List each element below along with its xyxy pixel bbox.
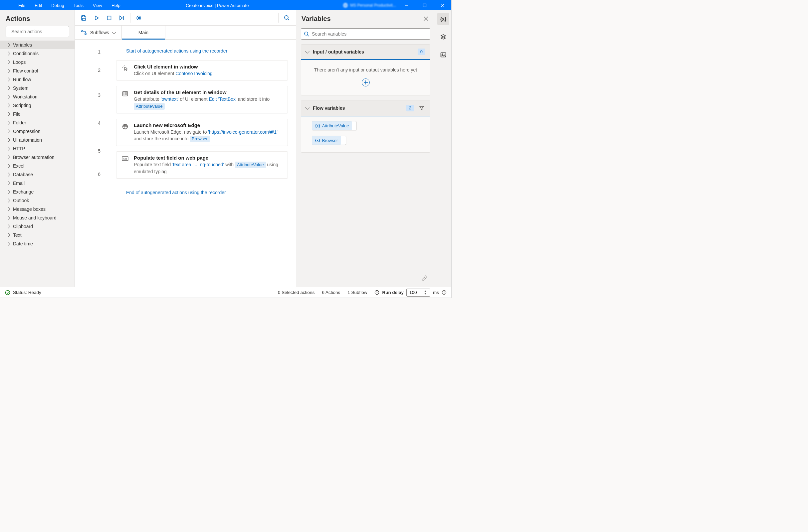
chevron-right-icon — [6, 138, 10, 141]
check-circle-icon — [5, 290, 10, 295]
action-cat-clipboard[interactable]: Clipboard — [0, 222, 75, 231]
flow-variable-item[interactable]: {x}Browser — [312, 136, 346, 145]
action-cat-database[interactable]: Database — [0, 170, 75, 179]
step-title: Click UI element in window — [134, 64, 283, 70]
record-button[interactable] — [133, 12, 144, 24]
actions-search[interactable] — [6, 26, 69, 37]
close-variables-button[interactable] — [422, 14, 430, 23]
record-icon — [136, 15, 142, 21]
action-cat-workstation[interactable]: Workstation — [0, 92, 75, 101]
actions-search-input[interactable] — [11, 29, 70, 34]
action-cat-http[interactable]: HTTP — [0, 144, 75, 153]
filter-button[interactable] — [418, 104, 425, 112]
step-launch-edge[interactable]: Launch new Microsoft Edge Launch Microso… — [116, 119, 288, 146]
chevron-right-icon — [6, 225, 10, 228]
tab-main[interactable]: Main — [122, 25, 165, 39]
maximize-button[interactable] — [417, 0, 432, 10]
step-click-ui-element[interactable]: Click UI element in window Click on UI e… — [116, 60, 288, 80]
rail-images-button[interactable] — [437, 49, 449, 61]
svg-rect-7 — [82, 18, 85, 20]
flow-variables-count: 2 — [406, 105, 414, 111]
action-cat-system[interactable]: System — [0, 84, 75, 92]
tab-main-label: Main — [139, 30, 148, 35]
actions-tree[interactable]: Variables Conditionals Loops Flow contro… — [0, 41, 75, 287]
action-cat-outlook[interactable]: Outlook — [0, 196, 75, 205]
action-cat-run-flow[interactable]: Run flow — [0, 75, 75, 84]
action-cat-loops[interactable]: Loops — [0, 58, 75, 66]
chevron-right-icon — [6, 216, 10, 220]
action-cat-message-boxes[interactable]: Message boxes — [0, 205, 75, 213]
step-description: Populate text field Text area ' ... ng-t… — [134, 161, 283, 175]
action-cat-flow-control[interactable]: Flow control — [0, 66, 75, 75]
action-cat-variables[interactable]: Variables — [0, 41, 75, 49]
menu-tools[interactable]: Tools — [69, 1, 88, 10]
step-button[interactable] — [116, 12, 127, 24]
action-cat-excel[interactable]: Excel — [0, 162, 75, 170]
run-delay-label: Run delay — [382, 290, 404, 295]
menu-help[interactable]: Help — [107, 1, 125, 10]
variables-search[interactable] — [301, 28, 430, 40]
flow-variables-title: Flow variables — [313, 106, 402, 111]
menu-view[interactable]: View — [88, 1, 107, 10]
clear-variables-button[interactable] — [420, 274, 429, 282]
step-populate-text[interactable]: Abc Populate text field on web page Popu… — [116, 151, 288, 178]
action-cat-folder[interactable]: Folder — [0, 118, 75, 127]
add-io-variable-button[interactable] — [362, 78, 370, 87]
account-indicator[interactable]: MS Personal Productivit... — [343, 3, 396, 8]
chevron-right-icon — [6, 52, 10, 55]
run-delay-input[interactable]: ▲▼ — [406, 289, 430, 297]
action-cat-datetime[interactable]: Date time — [0, 240, 75, 248]
rail-variables-button[interactable]: {x} — [437, 13, 449, 25]
cursor-click-icon — [122, 65, 128, 71]
step-title: Launch new Microsoft Edge — [134, 122, 283, 128]
action-cat-browser-automation[interactable]: Browser automation — [0, 153, 75, 162]
rail-ui-elements-button[interactable] — [437, 31, 449, 43]
find-button[interactable] — [281, 12, 293, 24]
design-canvas[interactable]: 1 2 3 4 5 6 Start of autogenerated actio… — [75, 40, 296, 287]
action-cat-conditionals[interactable]: Conditionals — [0, 49, 75, 58]
menu-debug[interactable]: Debug — [47, 1, 69, 10]
minimize-button[interactable] — [399, 0, 414, 10]
menu-file[interactable]: File — [14, 1, 30, 10]
eraser-icon — [422, 275, 428, 281]
line-number: 2 — [75, 59, 108, 81]
svg-point-39 — [444, 291, 445, 292]
step-next-icon — [119, 15, 125, 21]
run-button[interactable] — [91, 12, 102, 24]
variables-icon: {x} — [440, 16, 446, 22]
action-cat-compression[interactable]: Compression — [0, 127, 75, 136]
run-delay-field[interactable] — [409, 290, 423, 295]
line-number: 6 — [75, 165, 108, 184]
svg-line-31 — [308, 35, 309, 36]
action-cat-file[interactable]: File — [0, 110, 75, 118]
svg-rect-3 — [423, 4, 426, 7]
info-icon[interactable] — [442, 290, 446, 295]
subflows-dropdown[interactable]: Subflows — [75, 25, 122, 39]
close-icon — [424, 16, 428, 21]
action-cat-exchange[interactable]: Exchange — [0, 188, 75, 196]
action-cat-ui-automation[interactable]: UI automation — [0, 136, 75, 144]
save-button[interactable] — [78, 12, 90, 24]
variable-icon: {x} — [315, 124, 320, 128]
action-cat-email[interactable]: Email — [0, 179, 75, 188]
close-button[interactable] — [435, 0, 450, 10]
variables-search-input[interactable] — [312, 31, 427, 37]
clock-icon — [374, 290, 379, 295]
menubar: File Edit Debug Tools View Help — [0, 1, 125, 10]
subflows-label: Subflows — [90, 30, 109, 35]
menu-edit[interactable]: Edit — [30, 1, 47, 10]
io-variables-count: 0 — [418, 49, 425, 55]
globe-icon — [122, 124, 128, 130]
action-cat-mouse-keyboard[interactable]: Mouse and keyboard — [0, 213, 75, 222]
flow-variables-header[interactable]: Flow variables 2 — [301, 100, 430, 116]
flow-variable-item[interactable]: {x}AttributeValue — [312, 121, 356, 130]
svg-point-34 — [442, 54, 443, 55]
action-cat-text[interactable]: Text — [0, 231, 75, 240]
step-get-details[interactable]: Get details of the UI element in window … — [116, 86, 288, 113]
stop-button[interactable] — [104, 12, 115, 24]
variable-chip: AttributeValue — [235, 162, 266, 168]
chevron-right-icon — [6, 86, 10, 90]
run-delay-stepper[interactable]: ▲▼ — [424, 290, 427, 295]
io-variables-header[interactable]: Input / output variables 0 — [301, 44, 430, 60]
action-cat-scripting[interactable]: Scripting — [0, 101, 75, 110]
